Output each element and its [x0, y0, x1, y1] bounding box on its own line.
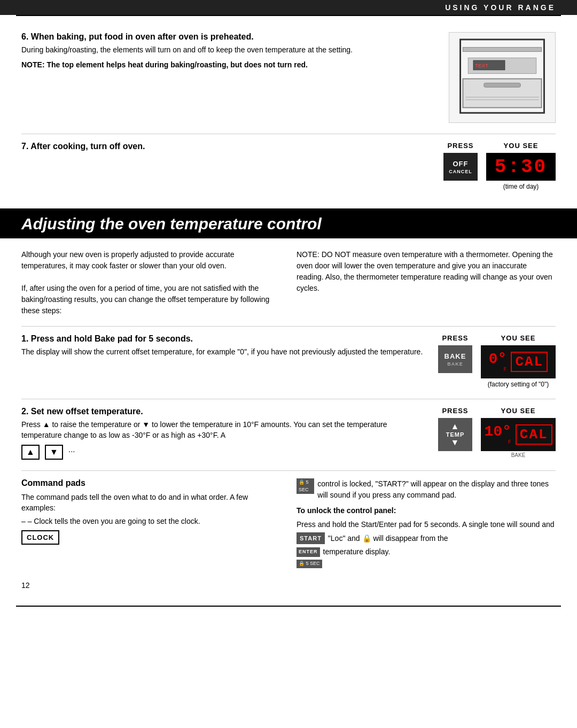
- oven-diagram: TEXT: [454, 37, 550, 118]
- command-pads-para1: The command pads tell the oven what to d…: [21, 492, 280, 513]
- two-col-intro: Although your new oven is properly adjus…: [21, 249, 556, 316]
- cal2-big-text: 10°: [484, 424, 511, 439]
- unlock-heading: To unlock the control panel:: [297, 505, 556, 516]
- section-6-text: 6. When baking, put food in oven after o…: [21, 32, 433, 123]
- s5sec-row: 🔒 5 SEC: [297, 560, 556, 568]
- cal-display: 0° F CAL: [481, 345, 556, 378]
- cal2-right-text: CAL: [516, 424, 552, 445]
- clock-intro-text: – Clock tells the oven you are going to …: [28, 517, 200, 525]
- enter-button[interactable]: ENTER: [297, 547, 320, 557]
- svg-text:TEXT: TEXT: [475, 63, 488, 68]
- arrow-btn-row: ▲ ▼ ...: [21, 445, 427, 460]
- enter-btn-row: ENTER temperature display.: [297, 546, 556, 557]
- header-bar: USING YOUR RANGE: [0, 0, 577, 15]
- section-6-note: NOTE: The top element helps heat during …: [21, 60, 433, 71]
- intro-col2-p1: NOTE: DO NOT measure oven temperature wi…: [297, 249, 556, 294]
- clock-dash: –: [21, 517, 28, 525]
- cal-display-2: 10° F CAL: [481, 418, 556, 451]
- bake-label: BAKE: [445, 352, 466, 360]
- page-number: 12: [21, 581, 556, 590]
- step2-press-label: PRESS: [442, 407, 468, 415]
- temp-arrow-up: ▲: [451, 422, 460, 431]
- s5sec-badge-2: 🔒 5 SEC: [297, 560, 322, 568]
- intro-col2: NOTE: DO NOT measure oven temperature wi…: [297, 249, 556, 316]
- step1-press-label: PRESS: [442, 334, 468, 342]
- step2-you-see-col: YOU SEE 10° F CAL BAKE: [481, 407, 556, 458]
- bottom-divider: [16, 606, 561, 607]
- command-pads-heading: Command pads: [21, 478, 280, 488]
- section-7-text: 7. After cooking, turn off oven.: [21, 142, 433, 151]
- temp-arrow-down: ▼: [451, 438, 460, 447]
- intro-col1-p1: Although your new oven is properly adjus…: [21, 249, 280, 272]
- step-2-heading: 2. Set new offset temperature.: [21, 407, 427, 416]
- bake-sub-display: BAKE: [511, 452, 526, 458]
- step-2-para1: Press ▲ to raise the temperature or ▼ to…: [21, 420, 427, 440]
- step2-you-see-label: YOU SEE: [501, 407, 536, 415]
- down-arrow-box: ▼: [45, 445, 63, 460]
- arrow-ellipsis: ...: [68, 445, 75, 460]
- factory-setting-caption: (factory setting of "0"): [488, 381, 549, 388]
- section-7-press-you-see: PRESS OFF CANCEL YOU SEE 5:30 (time of d…: [443, 142, 556, 190]
- time-of-day-caption: (time of day): [503, 183, 539, 190]
- clock-btn-row: CLOCK: [21, 530, 280, 545]
- step-1-press-see: PRESS BAKE BAKE YOU SEE 0° F CAL: [438, 334, 556, 388]
- cal-right-text: CAL: [511, 352, 548, 372]
- step-1-para: The display will show the current offset…: [21, 347, 427, 358]
- off-label: OFF: [453, 160, 469, 168]
- step-1-heading: 1. Press and hold Bake pad for 5 seconds…: [21, 334, 427, 344]
- off-cancel-button[interactable]: OFF CANCEL: [443, 153, 478, 181]
- step-1-text: 1. Press and hold Bake pad for 5 seconds…: [21, 334, 427, 388]
- bake-button[interactable]: BAKE BAKE: [438, 345, 472, 373]
- lock-note-text: control is locked, "START?" will appear …: [317, 478, 556, 501]
- cal-big-text: 0°: [489, 352, 507, 367]
- big-section-title: Adjusting the oven temperature control: [0, 208, 577, 238]
- intro-col1-p2: If, after using the oven for a period of…: [21, 283, 280, 316]
- intro-col1: Although your new oven is properly adjus…: [21, 249, 280, 316]
- time-display: 5:30: [486, 153, 556, 181]
- you-see-label: YOU SEE: [504, 142, 539, 150]
- svg-rect-1: [463, 48, 541, 52]
- section-6: 6. When baking, put food in oven after o…: [21, 32, 556, 123]
- step-2-text: 2. Set new offset temperature. Press ▲ t…: [21, 407, 427, 460]
- press-label: PRESS: [447, 142, 473, 150]
- start-btn-row: START "Loc" and 🔒 will disappear from th…: [297, 532, 556, 545]
- you-see-col: YOU SEE 5:30 (time of day): [486, 142, 556, 190]
- cal-sub-text: F: [503, 367, 506, 373]
- section-7-heading: 7. After cooking, turn off oven.: [21, 142, 145, 151]
- header-title: USING YOUR RANGE: [445, 3, 556, 12]
- page-container: USING YOUR RANGE 6. When baking, put foo…: [0, 0, 577, 728]
- unlock-section: To unlock the control panel: Press and h…: [297, 505, 556, 568]
- step1-you-see-col: YOU SEE 0° F CAL (factory setting of "0"…: [481, 334, 556, 388]
- cancel-label: CANCEL: [449, 169, 472, 174]
- start-label: START: [300, 535, 322, 541]
- command-pads-right: 🔒 5 SEC control is locked, "START?" will…: [297, 478, 556, 570]
- section-6-heading: 6. When baking, put food in oven after o…: [21, 32, 433, 42]
- bake-sub-label: BAKE: [447, 361, 463, 367]
- enter-label: ENTER: [299, 549, 318, 554]
- clock-btn-label: CLOCK: [27, 533, 54, 541]
- section-7: 7. After cooking, turn off oven. PRESS O…: [21, 134, 556, 190]
- clock-button[interactable]: CLOCK: [21, 530, 59, 545]
- step-1: 1. Press and hold Bake pad for 5 seconds…: [21, 326, 556, 388]
- up-arrow-box: ▲: [21, 445, 40, 460]
- command-pads-section: Command pads The command pads tell the o…: [21, 470, 556, 570]
- temp-label: TEMP: [446, 431, 465, 438]
- press-col: PRESS OFF CANCEL: [443, 142, 478, 181]
- after-enter-text: temperature display.: [323, 546, 391, 557]
- unlock-para: Press and hold the Start/Enter pad for 5…: [297, 520, 556, 530]
- oven-image: TEXT: [449, 32, 556, 123]
- cal2-sub-text: F: [508, 439, 511, 445]
- s5sec-badge: 🔒 5 SEC: [297, 478, 314, 494]
- command-pads-left: Command pads The command pads tell the o…: [21, 478, 280, 570]
- lock-row: 🔒 5 SEC control is locked, "START?" will…: [297, 478, 556, 501]
- temp-button[interactable]: ▲ TEMP ▼: [438, 418, 472, 451]
- adjusting-content: Although your new oven is properly adjus…: [0, 238, 577, 600]
- step1-you-see-label: YOU SEE: [501, 334, 536, 342]
- section-6-para1: During baking/roasting, the elements wil…: [21, 45, 433, 56]
- step2-press-col: PRESS ▲ TEMP ▼: [438, 407, 472, 451]
- start-button[interactable]: START: [297, 532, 325, 545]
- step-2-press-see: PRESS ▲ TEMP ▼ YOU SEE 10° F CAL: [438, 407, 556, 460]
- step-2: 2. Set new offset temperature. Press ▲ t…: [21, 399, 556, 460]
- cal2-left: 10° F: [484, 424, 511, 445]
- svg-rect-6: [484, 83, 521, 87]
